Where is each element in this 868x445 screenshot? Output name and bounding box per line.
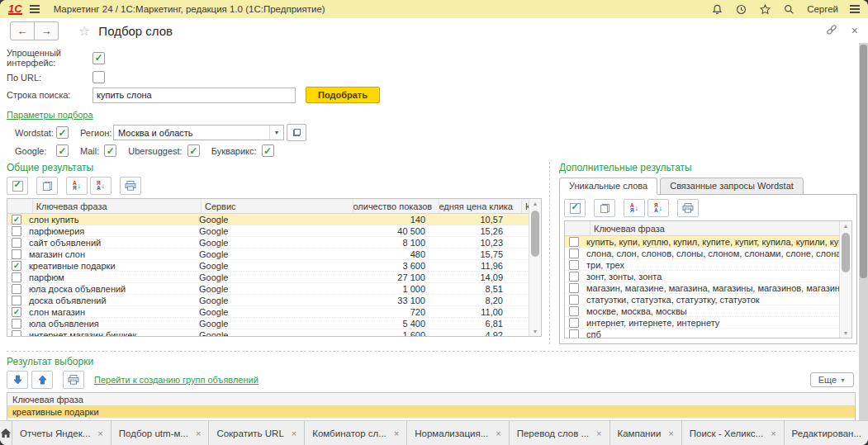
row-checkbox[interactable] xyxy=(12,272,21,282)
scroll-up-icon[interactable]: ▲ xyxy=(529,199,541,208)
column-header[interactable]: Сервис xyxy=(202,199,354,213)
window-tab[interactable]: Нормализация...× xyxy=(407,421,509,445)
bukvarix-checkbox[interactable] xyxy=(262,144,274,157)
google-checkbox[interactable] xyxy=(56,144,69,157)
get-link-icon[interactable] xyxy=(825,23,838,38)
table-row[interactable]: три, трех xyxy=(565,259,840,271)
close-tab-icon[interactable]: × xyxy=(771,428,776,438)
close-tab-icon[interactable]: × xyxy=(196,428,201,438)
print-button[interactable] xyxy=(120,177,141,195)
tab-home[interactable] xyxy=(0,421,12,445)
unique-table-scrollbar[interactable]: ▲ ▼ xyxy=(839,221,851,338)
simplified-interface-checkbox[interactable] xyxy=(92,52,105,64)
tab-unique-words[interactable]: Уникальные слова xyxy=(559,178,657,195)
close-tab-icon[interactable]: × xyxy=(394,428,399,438)
column-header[interactable]: Ключевая фраза xyxy=(7,393,855,406)
row-checkbox[interactable] xyxy=(12,249,21,259)
move-up-button[interactable] xyxy=(31,371,53,389)
window-tab[interactable]: Перевод слов ...× xyxy=(510,421,610,445)
wordstat-checkbox[interactable] xyxy=(56,126,69,139)
window-tab[interactable]: Отчеты Яндек...× xyxy=(12,421,111,445)
more-button[interactable]: Еще ▼ xyxy=(810,372,854,387)
row-checkbox[interactable] xyxy=(569,329,579,339)
close-tab-icon[interactable]: × xyxy=(292,428,296,438)
close-tab-icon[interactable]: × xyxy=(97,428,102,438)
row-checkbox[interactable] xyxy=(12,296,21,305)
main-menu-icon[interactable] xyxy=(30,5,40,13)
panel-splitter[interactable] xyxy=(549,162,550,344)
favorite-star-icon[interactable]: ☆ xyxy=(78,23,90,39)
row-checkbox[interactable] xyxy=(569,272,579,282)
region-open-button[interactable] xyxy=(287,124,306,141)
print-button[interactable] xyxy=(63,371,84,389)
table-row[interactable]: интернет магазин бишкекGoogle1 6004,92 xyxy=(7,329,529,337)
column-header[interactable]: Средняя цена клика xyxy=(439,199,522,213)
row-checkbox[interactable] xyxy=(12,319,21,329)
user-menu[interactable]: Сергей xyxy=(807,4,838,14)
window-tab[interactable]: Кампании× xyxy=(610,421,682,445)
row-checkbox[interactable] xyxy=(12,330,21,338)
row-checkbox[interactable] xyxy=(569,295,579,305)
table-row[interactable]: парфюмGoogle27 10014,09 xyxy=(7,272,529,283)
table-row[interactable]: креативные подарки xyxy=(7,406,855,419)
table-row[interactable]: зонт, зонты, зонта xyxy=(565,271,840,282)
copy-button[interactable] xyxy=(36,177,58,195)
table-row[interactable]: юла доска объявленийGoogle1 0008,51 xyxy=(7,283,529,295)
column-header[interactable]: Количество показов xyxy=(353,199,439,213)
table-row[interactable]: доска объявленийGoogle33 1008,20 xyxy=(7,295,529,306)
scroll-down-icon[interactable]: ▼ xyxy=(529,327,541,336)
window-tab[interactable]: Подбор utm-м...× xyxy=(111,421,210,445)
search-icon[interactable] xyxy=(783,3,795,16)
history-icon[interactable] xyxy=(735,3,747,16)
row-checkbox[interactable] xyxy=(569,260,579,270)
window-tab[interactable]: Поиск - Хеликс...× xyxy=(682,421,785,445)
favorites-star-icon[interactable] xyxy=(759,3,771,16)
mail-checkbox[interactable] xyxy=(104,144,116,157)
row-checkbox[interactable] xyxy=(12,238,21,248)
chevron-down-icon[interactable]: ▼ xyxy=(269,125,283,140)
print-button[interactable] xyxy=(677,199,699,217)
table-row[interactable]: слон купитьGoogle14010,57 xyxy=(7,214,529,225)
row-checkbox[interactable] xyxy=(569,237,579,247)
tab-wordstat-related[interactable]: Связанные запросы Wordstat xyxy=(660,178,804,195)
table-row[interactable]: статуэтки, статуэтка, статуэтку, статуэт… xyxy=(565,294,840,305)
close-tab-icon[interactable]: × xyxy=(668,428,673,438)
notifications-bell-icon[interactable] xyxy=(711,3,723,16)
sort-ascending-button[interactable]: АЯ↓ xyxy=(624,199,645,217)
region-combobox[interactable]: Москва и область ▼ xyxy=(113,125,284,140)
table-row[interactable]: слона, слон, слонов, слоны, слоном, слон… xyxy=(565,248,840,259)
window-tab[interactable]: Редактирован...× xyxy=(785,421,868,445)
scroll-down-icon[interactable]: ▼ xyxy=(840,329,851,338)
table-row[interactable]: парфюмерияGoogle40 50015,26 xyxy=(7,225,529,237)
sort-descending-button[interactable]: ЯА↓ xyxy=(90,177,111,195)
forward-button[interactable]: → xyxy=(35,21,59,40)
close-tab-icon[interactable]: × xyxy=(596,428,601,438)
row-checkbox[interactable] xyxy=(569,249,579,258)
search-input[interactable] xyxy=(92,88,296,103)
selection-params-link[interactable]: Параметры подбора xyxy=(7,110,93,120)
move-down-button[interactable] xyxy=(7,371,28,389)
row-checkbox[interactable] xyxy=(12,284,21,294)
table-row[interactable]: магазин слонGoogle48015,75 xyxy=(7,249,529,260)
column-header[interactable]: Ключевая фраза xyxy=(591,221,840,235)
table-row[interactable]: креативные подаркиGoogle3 60011,96 xyxy=(7,260,529,272)
table-row[interactable]: москве, москва, москвы xyxy=(565,305,840,317)
general-table-scrollbar[interactable]: ▲ ▼ xyxy=(529,199,541,336)
row-checkbox[interactable] xyxy=(12,226,21,236)
select-all-button[interactable] xyxy=(564,199,586,217)
pick-words-button[interactable]: Подобрать xyxy=(306,87,380,103)
window-tab[interactable]: Комбинатор сл...× xyxy=(305,421,407,445)
table-row[interactable]: интернет, интернете, интернету xyxy=(565,317,840,329)
window-scrollbar[interactable] xyxy=(859,43,868,420)
by-url-checkbox[interactable] xyxy=(92,71,105,83)
select-all-button[interactable] xyxy=(7,177,28,195)
copy-button[interactable] xyxy=(594,199,615,217)
column-header[interactable]: Ключевая фраза xyxy=(33,199,202,213)
table-row[interactable]: купить, купи, куплю, купил, купите, купи… xyxy=(565,236,840,248)
table-row[interactable]: спб xyxy=(565,329,840,338)
close-icon[interactable]: × xyxy=(851,24,858,37)
service-menu-icon[interactable] xyxy=(850,5,860,13)
ubersuggest-checkbox[interactable] xyxy=(187,144,200,157)
sort-ascending-button[interactable]: АЯ↓ xyxy=(66,177,88,195)
table-row[interactable]: сайт объявленийGoogle8 10010,23 xyxy=(7,237,529,249)
